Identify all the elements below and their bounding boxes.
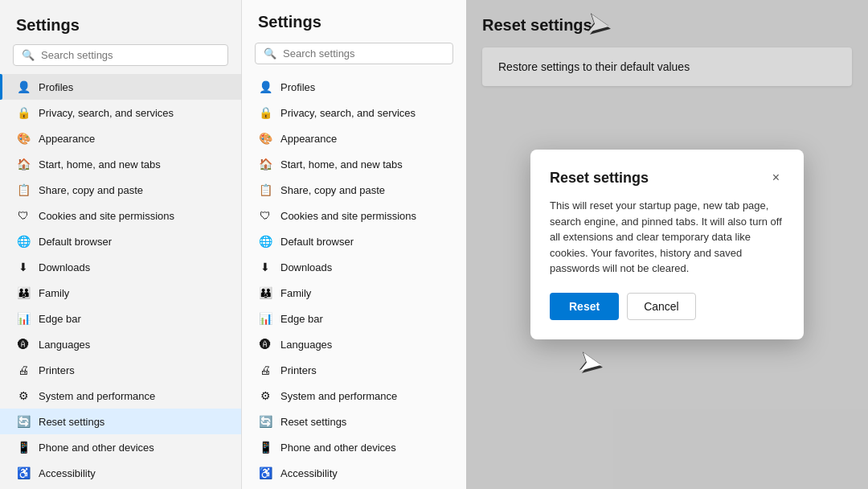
mid-label-default-browser: Default browser bbox=[280, 236, 354, 248]
mid-downloads-icon: ⬇ bbox=[258, 260, 272, 274]
start-icon: 🏠 bbox=[16, 157, 31, 171]
mid-label-profiles: Profiles bbox=[280, 81, 315, 93]
middle-item-share[interactable]: 📋 Share, copy and paste bbox=[242, 177, 466, 203]
sidebar-item-cookies[interactable]: 🛡 Cookies and site permissions bbox=[0, 203, 241, 228]
middle-search-box[interactable]: 🔍 bbox=[255, 43, 453, 64]
sidebar-item-downloads[interactable]: ⬇ Downloads bbox=[0, 254, 241, 280]
left-sidebar: Settings 🔍 👤 Profiles 🔒 Privacy, search,… bbox=[0, 0, 241, 489]
sidebar-item-edge-bar[interactable]: 📊 Edge bar bbox=[0, 306, 241, 331]
middle-item-system[interactable]: ⚙ System and performance bbox=[242, 383, 466, 409]
mid-label-downloads: Downloads bbox=[280, 261, 332, 273]
middle-item-appearance[interactable]: 🎨 Appearance bbox=[242, 125, 466, 151]
middle-item-family[interactable]: 👪 Family bbox=[242, 280, 466, 306]
mid-edge-bar-icon: 📊 bbox=[258, 311, 272, 326]
sidebar-item-appearance[interactable]: 🎨 Appearance bbox=[0, 125, 241, 151]
cursor-arrow-reset: ➤ bbox=[576, 343, 606, 381]
sidebar-item-profiles[interactable]: 👤 Profiles bbox=[0, 74, 241, 100]
sidebar-item-system[interactable]: ⚙ System and performance bbox=[0, 383, 241, 409]
mid-family-icon: 👪 bbox=[258, 286, 272, 300]
cookies-icon: 🛡 bbox=[16, 208, 31, 223]
middle-title: Settings bbox=[242, 13, 466, 43]
middle-item-profiles[interactable]: 👤 Profiles bbox=[242, 74, 466, 100]
profiles-icon: 👤 bbox=[16, 80, 31, 94]
middle-panel: Settings 🔍 👤 Profiles 🔒 Privacy, search,… bbox=[241, 0, 466, 489]
share-icon: 📋 bbox=[16, 183, 31, 197]
middle-item-edge-bar[interactable]: 📊 Edge bar bbox=[242, 306, 466, 331]
mid-label-edge-bar: Edge bar bbox=[280, 313, 323, 325]
sidebar-item-phone[interactable]: 📱 Phone and other devices bbox=[0, 434, 241, 460]
sidebar-label-downloads: Downloads bbox=[39, 261, 90, 273]
sidebar-label-cookies: Cookies and site permissions bbox=[39, 210, 174, 222]
mid-privacy-icon: 🔒 bbox=[258, 105, 272, 120]
sidebar-search-box[interactable]: 🔍 bbox=[13, 44, 228, 66]
modal-body: This will reset your startup page, new t… bbox=[550, 198, 784, 277]
sidebar-item-family[interactable]: 👪 Family bbox=[0, 280, 241, 306]
modal-header: Reset settings × bbox=[550, 169, 784, 187]
middle-search-input[interactable] bbox=[283, 47, 444, 60]
sidebar-item-default-browser[interactable]: 🌐 Default browser bbox=[0, 228, 241, 254]
sidebar-label-privacy: Privacy, search, and services bbox=[39, 107, 174, 119]
mid-label-accessibility: Accessibility bbox=[280, 467, 338, 479]
sidebar-label-edge-bar: Edge bar bbox=[39, 313, 81, 325]
middle-item-privacy[interactable]: 🔒 Privacy, search, and services bbox=[242, 100, 466, 125]
mid-label-appearance: Appearance bbox=[280, 133, 337, 145]
middle-item-default-browser[interactable]: 🌐 Default browser bbox=[242, 228, 466, 254]
sidebar-label-printers: Printers bbox=[39, 364, 75, 376]
middle-item-reset[interactable]: 🔄 Reset settings bbox=[242, 409, 466, 434]
reset-button[interactable]: Reset bbox=[550, 293, 619, 320]
mid-label-printers: Printers bbox=[280, 364, 317, 376]
sidebar-search-input[interactable] bbox=[41, 49, 219, 61]
sidebar-item-privacy[interactable]: 🔒 Privacy, search, and services bbox=[0, 100, 241, 125]
sidebar-label-share: Share, copy and paste bbox=[39, 184, 143, 196]
appearance-icon: 🎨 bbox=[16, 131, 31, 146]
mid-label-languages: Languages bbox=[280, 339, 332, 351]
mid-profiles-icon: 👤 bbox=[258, 80, 272, 94]
sidebar-title: Settings bbox=[0, 10, 241, 44]
sidebar-label-languages: Languages bbox=[39, 339, 90, 351]
sidebar-item-languages[interactable]: 🅐 Languages bbox=[0, 331, 241, 357]
languages-icon: 🅐 bbox=[16, 337, 31, 351]
middle-item-downloads[interactable]: ⬇ Downloads bbox=[242, 254, 466, 280]
edge-bar-icon: 📊 bbox=[16, 311, 31, 326]
sidebar-label-accessibility: Accessibility bbox=[39, 467, 96, 479]
middle-item-start[interactable]: 🏠 Start, home, and new tabs bbox=[242, 151, 466, 177]
mid-languages-icon: 🅐 bbox=[258, 337, 272, 351]
mid-printers-icon: 🖨 bbox=[258, 363, 272, 377]
middle-item-about[interactable]: 🌀 About Microsoft Edge bbox=[242, 486, 466, 489]
modal-title: Reset settings bbox=[550, 170, 649, 187]
system-icon: ⚙ bbox=[16, 388, 31, 403]
sidebar-label-profiles: Profiles bbox=[39, 81, 73, 93]
mid-reset-icon: 🔄 bbox=[258, 414, 272, 429]
modal-close-button[interactable]: × bbox=[768, 169, 784, 187]
sidebar-item-share[interactable]: 📋 Share, copy and paste bbox=[0, 177, 241, 203]
middle-item-phone[interactable]: 📱 Phone and other devices bbox=[242, 434, 466, 460]
mid-cookies-icon: 🛡 bbox=[258, 208, 272, 223]
sidebar-item-start[interactable]: 🏠 Start, home, and new tabs bbox=[0, 151, 241, 177]
sidebar-label-system: System and performance bbox=[39, 390, 155, 402]
middle-search-icon: 🔍 bbox=[264, 47, 276, 60]
mid-label-family: Family bbox=[280, 287, 311, 299]
sidebar-search-icon: 🔍 bbox=[22, 49, 35, 61]
modal-wrapper: Reset settings × This will reset your st… bbox=[530, 150, 804, 339]
modal-actions: Reset Cancel bbox=[550, 293, 784, 320]
sidebar-item-printers[interactable]: 🖨 Printers bbox=[0, 357, 241, 383]
sidebar-item-accessibility[interactable]: ♿ Accessibility bbox=[0, 460, 241, 486]
middle-item-accessibility[interactable]: ♿ Accessibility bbox=[242, 460, 466, 486]
phone-icon: 📱 bbox=[16, 440, 31, 454]
sidebar-label-start: Start, home, and new tabs bbox=[39, 158, 161, 171]
cancel-button[interactable]: Cancel bbox=[627, 293, 696, 320]
reset-icon: 🔄 bbox=[16, 414, 31, 429]
modal-overlay: Reset settings × This will reset your st… bbox=[466, 0, 868, 489]
mid-start-icon: 🏠 bbox=[258, 157, 272, 171]
sidebar-label-default-browser: Default browser bbox=[39, 236, 112, 248]
sidebar-item-about[interactable]: 🌀 About Microsoft Edge bbox=[0, 486, 241, 489]
mid-label-privacy: Privacy, search, and services bbox=[280, 107, 416, 119]
middle-item-languages[interactable]: 🅐 Languages bbox=[242, 331, 466, 357]
mid-default-browser-icon: 🌐 bbox=[258, 234, 272, 249]
middle-item-cookies[interactable]: 🛡 Cookies and site permissions bbox=[242, 203, 466, 228]
sidebar-item-reset[interactable]: 🔄 Reset settings bbox=[0, 409, 241, 434]
downloads-icon: ⬇ bbox=[16, 260, 31, 274]
middle-item-printers[interactable]: 🖨 Printers bbox=[242, 357, 466, 383]
mid-system-icon: ⚙ bbox=[258, 388, 272, 403]
default-browser-icon: 🌐 bbox=[16, 234, 31, 249]
